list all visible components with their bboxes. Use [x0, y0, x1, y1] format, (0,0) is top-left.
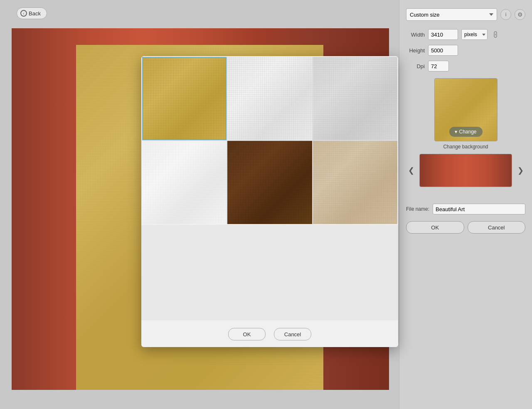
height-label: Height — [406, 47, 425, 54]
modal-buttons: OK Cancel — [141, 320, 398, 347]
bg-selector: ❮ ❯ — [406, 154, 525, 187]
change-label: Change — [459, 129, 476, 135]
texture-grid — [142, 57, 397, 224]
back-arrow-icon: ‹ — [20, 10, 27, 17]
back-label: Back — [29, 10, 41, 17]
chain-link-icon — [491, 30, 500, 39]
bg-prev-arrow[interactable]: ❮ — [406, 165, 416, 175]
texture-cell-dark-brown[interactable] — [227, 141, 312, 224]
texture-cell-white-linen-wide[interactable] — [227, 57, 312, 140]
sidebar: Custom size 4x6 5x7 8x10 11x14 i ⚙ Width… — [399, 0, 532, 409]
texture-preview-container: ▾ Change — [406, 78, 525, 141]
filename-label: File name: — [406, 206, 429, 212]
filename-input[interactable] — [433, 204, 525, 214]
modal-bottom-area — [141, 225, 398, 320]
change-background-label: Change background — [406, 144, 525, 150]
dpi-label: Dpi — [406, 63, 425, 69]
bg-next-arrow[interactable]: ❯ — [515, 165, 525, 175]
modal-cancel-button[interactable]: Cancel — [274, 328, 311, 340]
modal-ok-button[interactable]: OK — [228, 328, 266, 340]
sidebar-buttons: OK Cancel — [406, 221, 525, 234]
texture-cell-light-gray[interactable] — [313, 57, 397, 140]
change-arrow-icon: ▾ — [455, 129, 457, 135]
back-button[interactable]: ‹ Back — [17, 7, 47, 19]
filename-row: File name: — [406, 204, 525, 214]
unit-select[interactable]: pixels inches cm — [461, 29, 488, 40]
custom-size-select[interactable]: Custom size 4x6 5x7 8x10 11x14 — [406, 8, 497, 21]
bg-thumbnail[interactable] — [419, 154, 512, 187]
texture-preview: ▾ Change — [434, 78, 498, 141]
width-label: Width — [406, 32, 425, 38]
sidebar-ok-button[interactable]: OK — [406, 221, 464, 234]
settings-icon-btn[interactable]: ⚙ — [515, 9, 525, 20]
sidebar-cancel-button[interactable]: Cancel — [468, 221, 526, 234]
height-row: Height — [406, 45, 525, 56]
dpi-input[interactable] — [428, 61, 449, 71]
width-input[interactable] — [428, 29, 458, 40]
dpi-row: Dpi — [406, 61, 525, 71]
texture-cell-white-linen[interactable] — [142, 141, 227, 224]
height-input[interactable] — [428, 45, 458, 56]
texture-cell-beige[interactable] — [313, 141, 397, 224]
change-texture-button[interactable]: ▾ Change — [449, 127, 482, 137]
width-row: Width pixels inches cm — [406, 29, 525, 40]
texture-picker-modal: OK Cancel — [141, 56, 398, 347]
sidebar-top-row: Custom size 4x6 5x7 8x10 11x14 i ⚙ — [406, 8, 525, 21]
info-icon-btn[interactable]: i — [500, 9, 511, 20]
texture-cell-burlap[interactable] — [142, 57, 227, 140]
